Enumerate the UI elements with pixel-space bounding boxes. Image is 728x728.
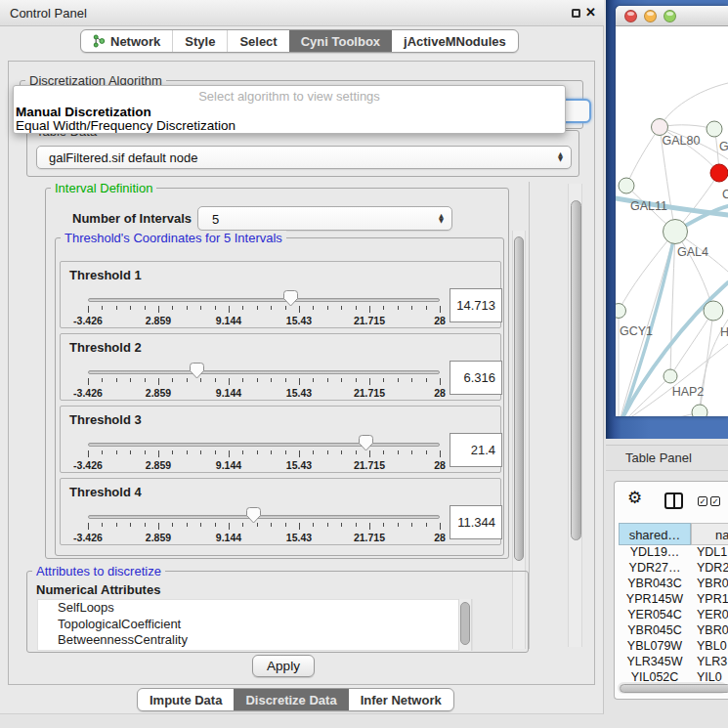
table-row[interactable]: YER054CYER0: [619, 608, 728, 623]
table-row[interactable]: YDL19…YDL1: [619, 545, 728, 561]
network-node[interactable]: [616, 304, 626, 319]
tab-label: Cyni Toolbox: [301, 34, 380, 49]
network-window-titlebar[interactable]: [616, 6, 728, 26]
threshold-value-field[interactable]: 6.316: [450, 361, 502, 395]
threshold-row: Threshold 3 -3.4262.8599.14415.4321.7152…: [60, 406, 501, 473]
traffic-light-zoom-icon[interactable]: [664, 10, 676, 22]
scrollbar-thumb[interactable]: [514, 236, 524, 561]
scrollbar-thumb[interactable]: [571, 200, 581, 540]
table-data-combobox[interactable]: galFiltered.sif default node ▲▼: [36, 146, 572, 169]
threshold-value-field[interactable]: 21.4: [450, 433, 502, 467]
table-row[interactable]: YIL052CYIL0: [619, 670, 728, 681]
network-node[interactable]: [707, 121, 722, 137]
column-header-name[interactable]: na: [691, 523, 728, 545]
network-canvas[interactable]: GAL80GACGAL11GAL4GCY1HHAP2: [616, 26, 728, 416]
control-panel: Control Panel ✕ Network Style Select Cyn…: [0, 0, 604, 714]
node-label: H: [720, 325, 728, 339]
tab-discretize-data[interactable]: Discretize Data: [234, 689, 348, 710]
slider-thumb-icon[interactable]: [246, 507, 261, 524]
table-rows: YDL19…YDL1YDR27…YDR2YBR043CYBR0YPR145WYP…: [619, 545, 728, 681]
threshold-slider[interactable]: -3.4262.8599.14415.4321.71528: [88, 262, 440, 329]
list-item[interactable]: SelfLoops: [38, 600, 472, 617]
table-row[interactable]: YBL079WYBL0: [619, 639, 728, 655]
network-window: GAL80GACGAL11GAL4GCY1HHAP2: [616, 6, 728, 416]
scrollbar-thumb[interactable]: [460, 602, 470, 645]
node-label: GAL4: [677, 245, 708, 259]
threshold-row: Threshold 1 -3.4262.8599.14415.4321.7152…: [60, 261, 501, 328]
threshold-row: Threshold 2 -3.4262.8599.14415.4321.7152…: [60, 333, 501, 401]
table-panel: ⚙ ✓ ✓ shared… na YDL19…YDL1YDR27…YDR2YBR…: [614, 481, 728, 700]
tab-jactivemnodules[interactable]: jActiveMNodules: [392, 30, 518, 52]
network-node[interactable]: [664, 369, 677, 383]
table-row[interactable]: YPR145WYPR1: [619, 592, 728, 608]
table-header: shared… na: [615, 523, 728, 545]
dropdown-option-manual-discretization[interactable]: Manual Discretization: [16, 105, 151, 119]
slider-thumb-icon[interactable]: [190, 363, 204, 379]
network-node[interactable]: [664, 220, 688, 244]
network-node[interactable]: [652, 119, 668, 136]
outer-vertical-scrollbar[interactable]: [568, 184, 582, 647]
tab-select[interactable]: Select: [227, 30, 288, 52]
table-row[interactable]: YLR345WYLR3: [619, 655, 728, 670]
threshold-slider[interactable]: -3.4262.8599.14415.4321.71528: [88, 407, 440, 474]
horizontal-scrollbar[interactable]: [618, 682, 727, 694]
list-item[interactable]: TopologicalCoefficient: [38, 617, 472, 633]
tab-impute-data[interactable]: Impute Data: [138, 689, 234, 710]
node-label: HAP2: [672, 385, 705, 399]
close-icon[interactable]: ✕: [585, 5, 596, 20]
tab-infer-network[interactable]: Infer Network: [349, 689, 453, 710]
gear-icon[interactable]: ⚙: [627, 489, 642, 506]
column-header-shared-name[interactable]: shared…: [619, 523, 691, 545]
network-view-panel[interactable]: GAL80GACGAL11GAL4GCY1HHAP2: [606, 0, 728, 439]
network-node[interactable]: [704, 301, 723, 321]
checkbox-icon[interactable]: ✓: [698, 496, 707, 506]
threshold-slider[interactable]: -3.4262.8599.14415.4321.71528: [88, 479, 440, 546]
checkbox-icon[interactable]: ✓: [710, 496, 720, 506]
network-node[interactable]: [619, 178, 634, 193]
network-node[interactable]: [692, 405, 707, 416]
tab-network[interactable]: Network: [81, 30, 172, 52]
tab-label: Style: [185, 34, 215, 49]
apply-button[interactable]: Apply: [252, 655, 315, 677]
table-row[interactable]: YBR043CYBR0: [619, 577, 728, 592]
slider-ticks: [88, 306, 440, 314]
slider-ticks: [88, 523, 440, 531]
slider-ticks: [88, 378, 440, 386]
node-label: C: [722, 188, 728, 201]
slider-thumb-icon[interactable]: [359, 435, 373, 451]
threshold-row: Threshold 4 -3.4262.8599.14415.4321.7152…: [60, 478, 501, 545]
slider-tick-labels: -3.4262.8599.14415.4321.71528: [88, 315, 440, 327]
attributes-list-scrollbar[interactable]: [458, 599, 472, 651]
slider-track[interactable]: [88, 515, 440, 519]
threshold-value-field[interactable]: 14.713: [450, 288, 502, 322]
tab-label: Select: [239, 34, 277, 49]
scrollpane-border: [529, 182, 530, 649]
slider-tick-labels: -3.4262.8599.14415.4321.71528: [88, 532, 440, 544]
slider-thumb-icon[interactable]: [283, 290, 298, 307]
control-panel-header: Control Panel ✕: [0, 0, 604, 26]
traffic-light-minimize-icon[interactable]: [644, 10, 657, 22]
network-icon: [93, 34, 106, 48]
float-window-icon[interactable]: [572, 9, 580, 18]
slider-track[interactable]: [88, 443, 440, 447]
node-label: GCY1: [620, 324, 653, 338]
spinner-icon: ▲▼: [439, 214, 444, 224]
list-item[interactable]: BetweennessCentrality: [38, 632, 472, 649]
scrollbar-thumb[interactable]: [620, 684, 728, 693]
dropdown-option-equal-width-frequency[interactable]: Equal Width/Frequency Discretization: [16, 118, 236, 133]
slider-track[interactable]: [88, 370, 440, 374]
threshold-value-field[interactable]: 11.344: [450, 505, 502, 539]
table-panel-header: Table Panel: [606, 445, 728, 471]
table-row[interactable]: YDR27…YDR2: [619, 561, 728, 577]
split-column-icon[interactable]: [664, 492, 683, 509]
numerical-attributes-list[interactable]: SelfLoopsTopologicalCoefficientBetweenne…: [37, 599, 473, 651]
network-node[interactable]: [710, 164, 728, 182]
traffic-light-close-icon[interactable]: [624, 10, 637, 22]
num-intervals-combobox[interactable]: 5 ▲▼: [197, 206, 452, 231]
tab-style[interactable]: Style: [172, 30, 227, 52]
combobox-value: galFiltered.sif default node: [49, 147, 197, 170]
table-row[interactable]: YBR045CYBR0: [619, 623, 728, 639]
tab-cyni-toolbox[interactable]: Cyni Toolbox: [289, 30, 392, 52]
slider-track[interactable]: [88, 298, 440, 302]
threshold-slider[interactable]: -3.4262.8599.14415.4321.71528: [88, 334, 440, 402]
